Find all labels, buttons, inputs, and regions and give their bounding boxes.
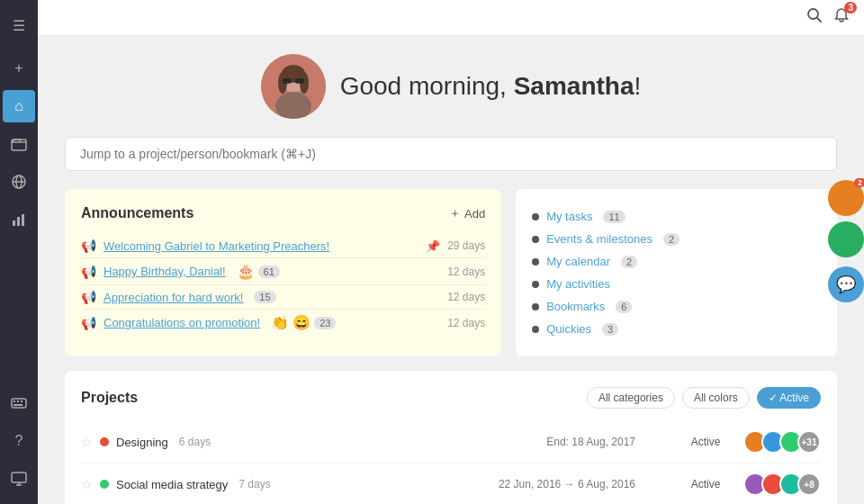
calendar-count: 2 — [621, 256, 637, 268]
dot-icon — [532, 258, 539, 266]
star-icon[interactable]: ☆ — [81, 477, 93, 491]
dot-icon — [532, 236, 539, 243]
events-link[interactable]: Events & milestones — [546, 232, 652, 246]
announcement-link[interactable]: Welcoming Gabriel to Marketing Preachers… — [104, 239, 329, 253]
pin-icon: 📌 — [426, 239, 440, 253]
project-date: 22 Jun, 2016 → 6 Aug, 2016 — [499, 478, 635, 490]
filter-all-colors[interactable]: All colors — [682, 387, 750, 409]
announcement-days: 12 days — [447, 266, 485, 278]
avatar — [261, 54, 326, 119]
bookmarks-link[interactable]: Bookmarks — [546, 300, 605, 313]
help-icon[interactable]: ? — [3, 425, 35, 457]
floating-user-avatar[interactable] — [828, 221, 864, 257]
add-icon[interactable]: + — [3, 52, 35, 85]
svg-rect-5 — [22, 214, 24, 226]
filter-active[interactable]: ✓ Active — [757, 387, 821, 409]
smile-emoji: 😄 — [292, 314, 310, 331]
svg-rect-19 — [283, 78, 292, 84]
reaction-count: 23 — [314, 317, 336, 329]
quick-item: My tasks 11 — [532, 205, 821, 228]
svg-rect-7 — [14, 400, 15, 402]
dot-icon — [532, 281, 539, 288]
filter-all-categories[interactable]: All categories — [587, 387, 675, 409]
calendar-link[interactable]: My calendar — [546, 255, 610, 268]
project-color-dot — [100, 437, 109, 446]
projects-header: Projects All categories All colors ✓ Act… — [81, 387, 821, 409]
announcement-days: 12 days — [447, 317, 485, 329]
announcement-days: 29 days — [447, 239, 485, 252]
announcement-item: 📢 Congratulations on promotion! 👏 😄 23 1… — [81, 310, 485, 336]
reaction-count: 15 — [254, 291, 275, 303]
notification-badge: 3 — [844, 2, 857, 14]
sidebar: ☰ + ⌂ ? — [0, 0, 38, 504]
search-input[interactable] — [65, 137, 837, 171]
announcement-item: 📢 Welcoming Gabriel to Marketing Preache… — [81, 234, 485, 258]
svg-rect-6 — [12, 399, 26, 408]
floating-users: 2 💬 — [828, 180, 864, 302]
svg-rect-11 — [12, 472, 26, 482]
greeting-name: Samantha — [514, 72, 634, 100]
birthday-emoji: 🎂 — [237, 263, 255, 280]
quick-item: My activities — [532, 273, 821, 295]
filter-group: All categories All colors ✓ Active — [587, 387, 821, 409]
svg-rect-4 — [17, 217, 20, 226]
svg-rect-0 — [12, 140, 26, 150]
more-avatars: +8 — [797, 472, 821, 496]
megaphone-icon: 📢 — [81, 290, 96, 304]
keyboard-icon[interactable] — [3, 387, 35, 419]
announcement-link[interactable]: Congratulations on promotion! — [104, 316, 260, 329]
announcements-header: Announcements ＋ Add — [81, 205, 485, 221]
add-label: Add — [464, 207, 485, 220]
project-avatars: +31 — [749, 430, 821, 454]
floating-badge: 2 — [854, 178, 864, 187]
announcement-item: 📢 Happy Birthday, Danial! 🎂 61 12 days — [81, 258, 485, 285]
main-content: 3 Good — [38, 0, 864, 504]
projects-title: Projects — [81, 390, 138, 406]
folder-icon[interactable] — [3, 128, 35, 160]
add-plus-icon: ＋ — [449, 205, 461, 221]
project-status: Active — [679, 478, 733, 490]
megaphone-icon: 📢 — [81, 238, 96, 253]
dot-icon — [532, 213, 539, 220]
my-tasks-link[interactable]: My tasks — [546, 210, 592, 223]
chat-button[interactable]: 💬 — [828, 266, 864, 302]
announcement-link[interactable]: Appreciation for hard work! — [104, 291, 243, 304]
project-row: ☆ Designing 6 days End: 18 Aug, 2017 Act… — [81, 421, 821, 464]
menu-icon[interactable]: ☰ — [3, 9, 35, 41]
home-icon[interactable]: ⌂ — [3, 90, 35, 122]
events-count: 2 — [663, 233, 680, 246]
add-announcement-button[interactable]: ＋ Add — [449, 205, 485, 221]
star-icon[interactable]: ☆ — [81, 435, 93, 449]
more-avatars: +31 — [797, 430, 821, 454]
project-name[interactable]: Designing — [116, 436, 168, 449]
project-status: Active — [679, 436, 733, 448]
topbar: 3 — [38, 0, 864, 36]
quick-item: My calendar 2 — [532, 250, 821, 273]
monitor-icon[interactable] — [3, 463, 35, 495]
project-days: 6 days — [179, 436, 211, 448]
project-name[interactable]: Social media strategy — [116, 478, 228, 491]
floating-user-avatar[interactable]: 2 — [828, 180, 864, 216]
announcements-card: Announcements ＋ Add 📢 Welcoming Gabriel … — [65, 189, 501, 356]
project-date: End: 18 Aug, 2017 — [546, 436, 635, 448]
quickies-link[interactable]: Quickies — [546, 322, 591, 336]
greeting-text: Good morning, Samantha! — [340, 72, 642, 101]
search-icon[interactable] — [806, 7, 823, 28]
announcement-link[interactable]: Happy Birthday, Danial! — [104, 265, 226, 278]
bookmarks-count: 6 — [616, 301, 632, 313]
svg-rect-10 — [14, 404, 22, 406]
quick-item: Events & milestones 2 — [532, 228, 821, 250]
activities-link[interactable]: My activities — [546, 277, 610, 291]
quickies-count: 3 — [602, 323, 618, 336]
announcements-title: Announcements — [81, 205, 194, 221]
chart-icon[interactable] — [3, 203, 35, 236]
chat-icon: 💬 — [836, 274, 856, 294]
quicklinks-card: My tasks 11 Events & milestones 2 My cal… — [516, 189, 837, 356]
notification-icon[interactable]: 3 — [833, 7, 850, 28]
project-avatars: +8 — [749, 472, 821, 496]
svg-rect-3 — [13, 220, 15, 226]
svg-rect-20 — [295, 78, 304, 84]
content-area: Good morning, Samantha! Announcements ＋ … — [38, 36, 864, 504]
globe-icon[interactable] — [3, 166, 35, 198]
reaction-count: 61 — [258, 266, 280, 278]
